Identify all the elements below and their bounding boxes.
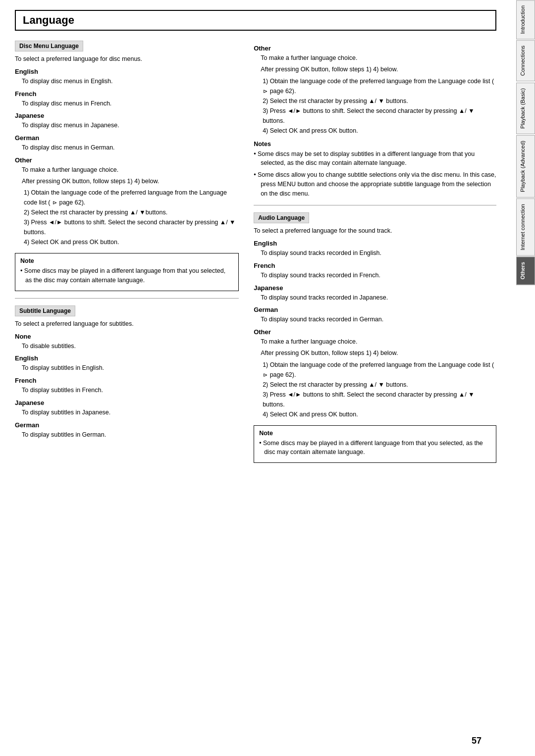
disc-german-title: German [15,134,239,142]
disc-step-3: 3) Press ◄/► buttons to shift. Select th… [22,217,239,237]
audio-note-title: Note [259,430,491,437]
disc-other-desc2: After pressing OK button, follow steps 1… [22,177,239,186]
subtitle-german-desc: To display subtitles in German. [22,430,239,440]
subtitle-intro: To select a preferred language for subti… [15,319,239,329]
audio-german-title: German [254,306,496,313]
audio-step-3: 3) Press ◄/► buttons to shift. Select th… [261,390,496,409]
audio-step-1: 1) Obtain the language code of the prefe… [261,360,496,380]
subtitle-language-header: Subtitle Language [15,305,75,316]
sidebar-tab-playback-advanced[interactable]: Playback (Advanced) [516,135,535,198]
subtitle-notes-item-1: Some discs may be set to display subtitl… [254,150,496,168]
subtitle-other-desc1: To make a further language choice. [261,53,496,63]
audio-other-desc1: To make a further language choice. [261,337,496,347]
audio-other-desc2: After pressing OK button, follow steps 1… [261,349,496,358]
audio-note-box: Note Some discs may be played in a diffe… [254,425,496,463]
subtitle-step-2: 2) Select the rst character by pressing … [261,96,496,106]
subtitle-french-desc: To display subtitles in French. [22,386,239,395]
audio-step-4: 4) Select OK and press OK button. [261,409,496,419]
subtitle-french-title: French [15,377,239,384]
audio-french-title: French [254,262,496,269]
audio-french-desc: To display sound tracks recorded in Fren… [261,271,496,280]
disc-step-2: 2) Select the rst character by pressing … [22,207,239,217]
subtitle-notes: Notes Some discs may be set to display s… [254,141,496,199]
page-number: 57 [472,736,482,746]
sidebar-tab-playback-basic[interactable]: Playback (Basic) [516,83,535,134]
subtitle-other-title: Other [254,45,496,52]
subtitle-step-3: 3) Press ◄/► buttons to shift. Select th… [261,106,496,126]
left-column: Disc Menu Language To select a preferred… [15,41,239,468]
disc-other-desc1: To make a further language choice. [22,165,239,175]
subtitle-none-title: None [15,333,239,340]
disc-french-desc: To display disc menus in French. [22,99,239,108]
audio-english-desc: To display sound tracks recorded in Engl… [261,249,496,258]
subtitle-other-steps: 1) Obtain the language code of the prefe… [261,76,496,136]
audio-other-steps: 1) Obtain the language code of the prefe… [261,360,496,419]
sidebar-tab-introduction[interactable]: Introduction [516,0,535,39]
right-column: Other To make a further language choice.… [254,41,496,468]
disc-note-title: Note [20,257,233,264]
subtitle-japanese-title: Japanese [15,399,239,406]
disc-other-steps: 1) Obtain the language code of the prefe… [22,188,239,247]
subtitle-none-desc: To disable subtitles. [22,342,239,351]
disc-note-box: Note Some discs may be played in a diffe… [15,253,239,291]
audio-step-2: 2) Select the rst character by pressing … [261,380,496,390]
subtitle-english-title: English [15,354,239,362]
subtitle-step-1: 1) Obtain the language code of the prefe… [261,76,496,96]
subtitle-german-title: German [15,421,239,429]
subtitle-language-section: Subtitle Language To select a preferred … [15,305,239,440]
disc-step-4: 4) Select OK and press OK button. [22,237,239,247]
audio-note-item-1: Some discs may be played in a different … [259,439,491,457]
subtitle-english-desc: To display subtitles in English. [22,363,239,373]
audio-english-title: English [254,240,496,247]
disc-menu-language-section: Disc Menu Language To select a preferred… [15,41,239,291]
audio-german-desc: To display sound tracks recorded in Germ… [261,315,496,324]
disc-french-title: French [15,90,239,98]
disc-japanese-title: Japanese [15,112,239,119]
disc-english-desc: To display disc menus in English. [22,77,239,86]
disc-menu-intro: To select a preferred language for disc … [15,54,239,64]
sidebar: Introduction Connections Playback (Basic… [511,0,535,756]
subtitle-notes-title: Notes [254,141,496,148]
subtitle-other-desc2: After pressing OK button, follow steps 1… [261,65,496,74]
disc-menu-language-header: Disc Menu Language [15,41,83,51]
page-title: Language [15,10,496,31]
disc-german-desc: To display disc menus in German. [22,143,239,152]
audio-japanese-title: Japanese [254,284,496,292]
audio-other-title: Other [254,328,496,336]
sidebar-tab-internet-connection[interactable]: Internet connection [516,199,535,256]
disc-japanese-desc: To display disc menus in Japanese. [22,121,239,130]
audio-intro: To select a preferred language for the s… [254,226,496,236]
disc-step-1: 1) Obtain the language code of the prefe… [22,188,239,207]
subtitle-step-4: 4) Select OK and press OK button. [261,126,496,136]
audio-japanese-desc: To display sound tracks recorded in Japa… [261,293,496,302]
subtitle-notes-item-2: Some discs allow you to change subtitle … [254,170,496,198]
audio-language-section: Audio Language To select a preferred lan… [254,212,496,463]
disc-note-item-1: Some discs may be played in a different … [20,266,233,285]
disc-other-title: Other [15,156,239,164]
subtitle-japanese-desc: To display subtitles in Japanese. [22,408,239,417]
sidebar-tab-others[interactable]: Others [516,256,535,285]
disc-english-title: English [15,68,239,75]
subtitle-other-section: Other To make a further language choice.… [254,45,496,198]
audio-language-header: Audio Language [254,212,309,223]
sidebar-tab-connections[interactable]: Connections [516,40,535,81]
